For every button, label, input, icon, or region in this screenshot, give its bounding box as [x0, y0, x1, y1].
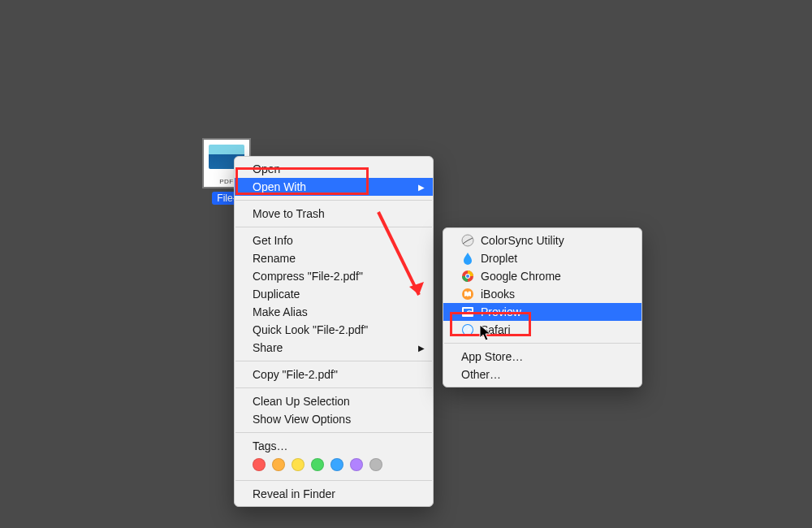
menu-item-show-view-options[interactable]: Show View Options: [235, 410, 433, 428]
menu-item-share[interactable]: Share ▶: [235, 339, 433, 357]
menu-item-move-to-trash[interactable]: Move to Trash: [235, 205, 433, 223]
open-with-item-safari[interactable]: Safari: [443, 321, 641, 339]
menu-item-label: Move to Trash: [253, 207, 325, 220]
menu-item-clean-up-selection[interactable]: Clean Up Selection: [235, 392, 433, 410]
menu-item-tags[interactable]: Tags…: [235, 437, 433, 455]
tag-color-row: [235, 455, 433, 476]
menu-item-label: App Store…: [461, 350, 523, 363]
menu-item-make-alias[interactable]: Make Alias: [235, 303, 433, 321]
menu-item-compress[interactable]: Compress "File-2.pdf": [235, 267, 433, 285]
menu-item-label: Preview: [481, 305, 521, 318]
file-type-badge: PDF: [219, 178, 234, 185]
menu-item-open[interactable]: Open: [235, 160, 433, 178]
menu-item-copy[interactable]: Copy "File-2.pdf": [235, 366, 433, 383]
menu-item-label: Clean Up Selection: [253, 395, 350, 408]
open-with-item-chrome[interactable]: Google Chrome: [443, 267, 641, 285]
menu-item-label: Duplicate: [253, 288, 300, 301]
menu-item-label: Open: [253, 162, 280, 175]
menu-item-rename[interactable]: Rename: [235, 249, 433, 267]
menu-separator: [444, 343, 641, 344]
menu-item-label: ColorSync Utility: [481, 234, 564, 247]
menu-separator: [235, 227, 432, 227]
menu-separator: [235, 200, 432, 201]
menu-item-label: Reveal in Finder: [253, 487, 335, 500]
menu-item-label: Copy "File-2.pdf": [253, 368, 338, 381]
menu-separator: [235, 387, 432, 388]
open-with-item-other[interactable]: Other…: [443, 366, 641, 383]
open-with-item-preview[interactable]: Preview: [443, 303, 641, 321]
tag-color-gray[interactable]: [369, 458, 382, 471]
chrome-icon: [461, 270, 474, 283]
menu-item-open-with[interactable]: Open With ▶: [235, 178, 433, 196]
tag-color-yellow[interactable]: [292, 458, 304, 471]
menu-item-quick-look[interactable]: Quick Look "File-2.pdf": [235, 321, 433, 339]
open-with-item-colorsync[interactable]: ColorSync Utility: [443, 232, 641, 249]
open-with-submenu: ColorSync Utility Droplet Google Chrome …: [443, 227, 642, 387]
menu-item-label: Get Info: [253, 234, 293, 247]
menu-separator: [235, 432, 432, 433]
svg-point-3: [466, 275, 469, 278]
tag-color-purple[interactable]: [350, 458, 363, 471]
colorsync-icon: [461, 234, 474, 247]
menu-item-label: Make Alias: [253, 305, 308, 318]
open-with-item-droplet[interactable]: Droplet: [443, 249, 641, 267]
menu-item-get-info[interactable]: Get Info: [235, 232, 433, 249]
menu-item-label: Tags…: [253, 439, 288, 452]
open-with-item-ibooks[interactable]: iBooks: [443, 285, 641, 303]
tag-color-green[interactable]: [311, 458, 324, 471]
menu-item-label: Google Chrome: [481, 270, 561, 283]
submenu-arrow-icon: ▶: [418, 183, 425, 192]
safari-icon: [461, 323, 474, 336]
menu-item-reveal-in-finder[interactable]: Reveal in Finder: [235, 485, 433, 503]
menu-separator: [235, 361, 432, 361]
menu-item-label: Droplet: [481, 252, 517, 265]
menu-separator: [235, 480, 432, 481]
droplet-icon: [461, 252, 474, 265]
ibooks-icon: [461, 288, 474, 301]
menu-item-label: Share: [253, 341, 283, 354]
menu-item-label: Rename: [253, 252, 296, 265]
menu-item-label: Other…: [461, 368, 501, 381]
tag-color-red[interactable]: [253, 458, 266, 471]
menu-item-label: Safari: [481, 323, 511, 336]
tag-color-orange[interactable]: [272, 458, 285, 471]
menu-item-label: Quick Look "File-2.pdf": [253, 323, 368, 336]
context-menu: Open Open With ▶ Move to Trash Get Info …: [234, 156, 434, 507]
tag-color-blue[interactable]: [330, 458, 343, 471]
submenu-arrow-icon: ▶: [418, 344, 425, 353]
menu-item-label: iBooks: [481, 288, 515, 301]
menu-item-label: Compress "File-2.pdf": [253, 270, 363, 283]
menu-item-duplicate[interactable]: Duplicate: [235, 285, 433, 303]
open-with-item-app-store[interactable]: App Store…: [443, 348, 641, 366]
preview-icon: [461, 305, 474, 318]
menu-item-label: Show View Options: [253, 413, 351, 426]
menu-item-label: Open With: [253, 180, 306, 193]
